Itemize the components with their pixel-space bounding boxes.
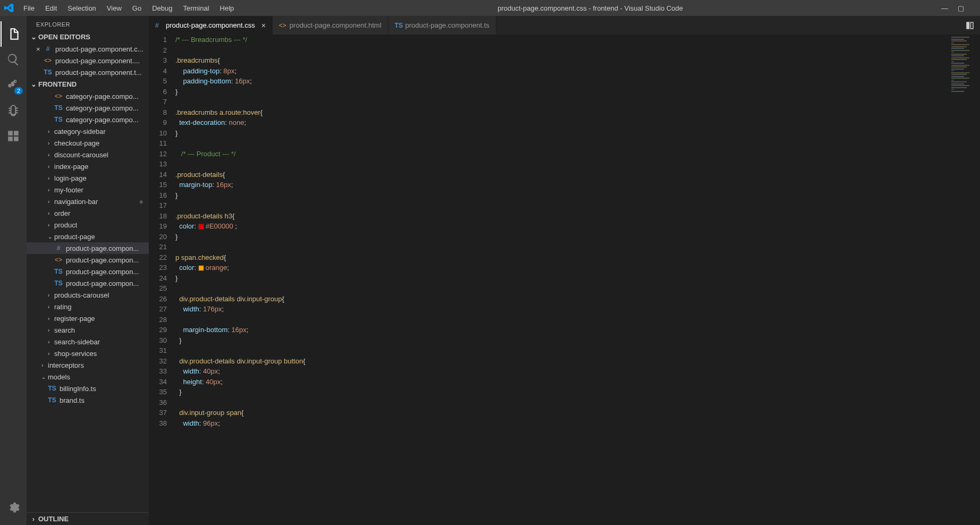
tree-item[interactable]: TScategory-page.compo... — [27, 114, 149, 125]
tree-label: category-page.compo... — [66, 92, 139, 100]
tab-label: product-page.component.ts — [405, 21, 489, 29]
tree-item[interactable]: TSproduct-page.compon... — [27, 266, 149, 277]
editor-tab[interactable]: <>product-page.component.html — [273, 16, 388, 35]
menu-terminal[interactable]: Terminal — [178, 2, 214, 14]
tree-label: billingInfo.ts — [60, 385, 96, 393]
tree-label: checkout-page — [54, 139, 99, 147]
open-editor-item[interactable]: <>product-page.component.... — [27, 55, 149, 66]
debug-icon[interactable] — [1, 98, 26, 123]
open-editors-section[interactable]: ⌄OPEN EDITORS — [27, 31, 149, 43]
tree-item[interactable]: ›register-page — [27, 312, 149, 324]
tree-label: product — [54, 221, 77, 229]
tree-item[interactable]: ⌄models — [27, 371, 149, 383]
chevron-icon: › — [48, 351, 54, 357]
window-controls: — ▢ — [941, 4, 974, 12]
tree-item[interactable]: ›rating — [27, 301, 149, 312]
minimap[interactable] — [948, 35, 980, 525]
tab-label: product-page.component.html — [290, 21, 382, 29]
tree-item[interactable]: ⌄product-page — [27, 231, 149, 242]
tree-label: category-sidebar — [54, 128, 106, 136]
open-editor-item[interactable]: TSproduct-page.component.t... — [27, 66, 149, 78]
chevron-icon: › — [48, 222, 54, 228]
tree-item[interactable]: #product-page.compon... — [27, 242, 149, 254]
tree-item[interactable]: ›search — [27, 324, 149, 336]
activity-bar: 2 — [0, 16, 27, 525]
tree-item[interactable]: ›login-page — [27, 172, 149, 184]
close-icon[interactable]: × — [36, 45, 44, 53]
file-icon: TS — [54, 268, 63, 275]
chevron-icon: › — [48, 327, 54, 333]
source-control-icon[interactable]: 2 — [1, 72, 26, 98]
settings-icon[interactable] — [1, 494, 26, 520]
tree-item[interactable]: TSbillingInfo.ts — [27, 383, 149, 394]
file-icon: TS — [395, 22, 402, 29]
tree-item[interactable]: ›product — [27, 219, 149, 231]
tree-item[interactable]: TSproduct-page.compon... — [27, 277, 149, 289]
file-icon: # — [54, 244, 63, 252]
tree-item[interactable]: ›discount-carousel — [27, 149, 149, 160]
split-editor-icon[interactable] — [960, 16, 980, 35]
tree-item[interactable]: TSbrand.ts — [27, 394, 149, 406]
menu-edit[interactable]: Edit — [40, 2, 62, 14]
tree-item[interactable]: ›shop-services — [27, 348, 149, 359]
tree-item[interactable]: ›interceptors — [27, 359, 149, 371]
maximize-button[interactable]: ▢ — [958, 4, 964, 12]
project-section[interactable]: ⌄FRONTEND — [27, 78, 149, 90]
titlebar: File Edit Selection View Go Debug Termin… — [0, 0, 980, 16]
menu-go[interactable]: Go — [127, 2, 147, 14]
tree-item[interactable]: ›navigation-bar● — [27, 196, 149, 207]
tree-label: product-page.compon... — [66, 256, 139, 264]
menu-file[interactable]: File — [18, 2, 40, 14]
chevron-icon: › — [48, 175, 54, 181]
line-number-gutter: 1234567891011121314151617181920212223242… — [149, 35, 175, 525]
tree-label: models — [48, 373, 70, 381]
outline-section[interactable]: ›OUTLINE — [27, 512, 149, 525]
file-icon: # — [44, 45, 52, 53]
tree-item[interactable]: <>category-page.compo... — [27, 90, 149, 102]
chevron-icon: › — [48, 210, 54, 216]
tree-item[interactable]: TScategory-page.compo... — [27, 102, 149, 114]
tree-label: interceptors — [48, 361, 84, 369]
editor-tab[interactable]: TSproduct-page.component.ts — [388, 16, 496, 35]
menu-selection[interactable]: Selection — [62, 2, 101, 14]
tree-item[interactable]: ›products-carousel — [27, 289, 149, 301]
tree-item[interactable]: ›my-footer — [27, 184, 149, 196]
chevron-icon: › — [48, 339, 54, 345]
tab-label: product-page.component.css — [166, 21, 255, 29]
explorer-icon[interactable] — [1, 21, 26, 47]
tree-label: order — [54, 209, 70, 217]
search-icon[interactable] — [1, 47, 26, 72]
minimize-button[interactable]: — — [941, 4, 948, 12]
menu-debug[interactable]: Debug — [147, 2, 178, 14]
file-icon: TS — [48, 396, 56, 404]
code-editor[interactable]: 1234567891011121314151617181920212223242… — [149, 35, 980, 525]
close-icon[interactable]: × — [261, 21, 266, 30]
tree-label: products-carousel — [54, 291, 109, 299]
scm-badge: 2 — [14, 87, 23, 95]
file-icon: <> — [54, 256, 63, 264]
menu-help[interactable]: Help — [215, 2, 240, 14]
open-editor-item[interactable]: ×#product-page.component.c... — [27, 43, 149, 55]
tree-item[interactable]: ›order — [27, 207, 149, 219]
menu-view[interactable]: View — [102, 2, 127, 14]
chevron-icon: › — [48, 187, 54, 193]
tree-item[interactable]: <>product-page.compon... — [27, 254, 149, 266]
menu-bar: File Edit Selection View Go Debug Termin… — [18, 2, 239, 14]
tree-item[interactable]: ›checkout-page — [27, 137, 149, 149]
tree-item[interactable]: ›search-sidebar — [27, 336, 149, 348]
code-content[interactable]: /* --- Breadcrumbs --- */.breadcrumbs{ p… — [175, 35, 980, 525]
tree-item[interactable]: ›category-sidebar — [27, 125, 149, 137]
file-icon: <> — [44, 57, 52, 64]
extensions-icon[interactable] — [1, 123, 26, 149]
window-title: product-page.component.css - frontend - … — [239, 4, 941, 12]
vscode-icon — [4, 3, 14, 13]
tree-label: shop-services — [54, 350, 97, 358]
tree-label: login-page — [54, 174, 87, 182]
tree-item[interactable]: ›index-page — [27, 160, 149, 172]
tab-bar: #product-page.component.css×<>product-pa… — [149, 16, 980, 35]
file-label: product-page.component.t... — [55, 69, 142, 77]
tree-label: rating — [54, 303, 72, 311]
file-icon: TS — [54, 280, 63, 287]
editor-tab[interactable]: #product-page.component.css× — [149, 16, 273, 35]
tree-label: category-page.compo... — [66, 104, 139, 112]
